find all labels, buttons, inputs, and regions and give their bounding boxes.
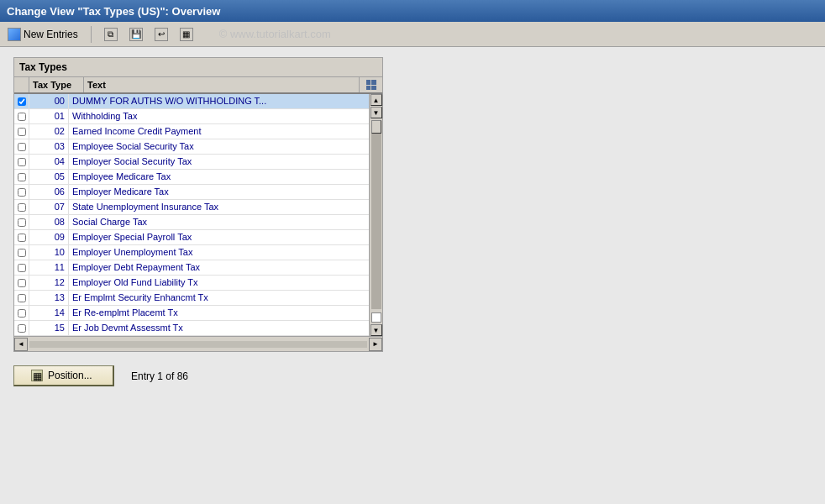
- row-taxtype: 11: [29, 260, 69, 275]
- row-taxtype: 00: [29, 94, 69, 108]
- row-checkbox[interactable]: [14, 215, 29, 229]
- table-row[interactable]: 02 Earned Income Credit Payment: [14, 124, 369, 139]
- horizontal-scrollbar[interactable]: ◄ ►: [14, 336, 382, 351]
- copy-icon: ⧉: [104, 28, 118, 41]
- row-text: Employer Debt Repayment Tax: [69, 260, 369, 275]
- row-taxtype: 07: [29, 200, 69, 214]
- scroll-down-button-1[interactable]: ▼: [370, 107, 382, 118]
- row-select-checkbox[interactable]: [18, 188, 26, 197]
- row-select-checkbox[interactable]: [18, 264, 26, 272]
- main-content: Tax Types Tax Type Text: [0, 47, 825, 396]
- row-select-checkbox[interactable]: [18, 128, 26, 136]
- row-text: Er Job Devmt Assessmt Tx: [69, 321, 369, 335]
- row-select-checkbox[interactable]: [18, 173, 26, 181]
- row-select-checkbox[interactable]: [18, 143, 26, 151]
- toolbar-separator-1: [91, 26, 92, 43]
- copy-button[interactable]: ⧉: [102, 27, 120, 42]
- row-select-checkbox[interactable]: [18, 249, 26, 257]
- row-checkbox[interactable]: [14, 321, 29, 335]
- row-taxtype: 02: [29, 124, 69, 139]
- row-text: Employee Medicare Tax: [69, 170, 369, 184]
- row-checkbox[interactable]: [14, 306, 29, 320]
- row-text: Employer Old Fund Liability Tx: [69, 276, 369, 290]
- col-text-header: Text: [84, 77, 359, 92]
- row-select-checkbox[interactable]: [18, 218, 26, 227]
- table-rows-area: 00 DUMMY FOR AUTHS W/O WITHHOLDING T... …: [14, 94, 369, 336]
- table-row[interactable]: 04 Employer Social Security Tax: [14, 155, 369, 170]
- save-button[interactable]: 💾: [127, 27, 145, 42]
- table-body-wrapper: 00 DUMMY FOR AUTHS W/O WITHHOLDING T... …: [14, 94, 382, 336]
- scroll-checkbox[interactable]: [371, 312, 381, 323]
- save-icon: 💾: [129, 28, 143, 41]
- table-row[interactable]: 08 Social Charge Tax: [14, 215, 369, 230]
- title-text: Change View "Tax Types (US)": Overview: [7, 5, 220, 18]
- scroll-thumb[interactable]: [371, 120, 381, 134]
- position-label: Position...: [48, 370, 92, 381]
- vertical-scrollbar[interactable]: ▲ ▼ ▼: [369, 94, 382, 336]
- row-checkbox[interactable]: [14, 94, 29, 108]
- table-row[interactable]: 05 Employee Medicare Tax: [14, 170, 369, 185]
- row-checkbox[interactable]: [14, 185, 29, 199]
- row-taxtype: 03: [29, 139, 69, 154]
- row-checkbox[interactable]: [14, 291, 29, 305]
- row-text: Social Charge Tax: [69, 215, 369, 229]
- row-checkbox[interactable]: [14, 109, 29, 123]
- scroll-right-button[interactable]: ►: [369, 338, 382, 351]
- row-select-checkbox[interactable]: [18, 158, 26, 166]
- undo-icon: ↩: [155, 28, 168, 41]
- row-select-checkbox[interactable]: [18, 324, 26, 333]
- header-checkbox-col: [14, 77, 29, 92]
- table-row[interactable]: 00 DUMMY FOR AUTHS W/O WITHHOLDING T...: [14, 94, 369, 109]
- scroll-up-button[interactable]: ▲: [370, 94, 382, 106]
- title-bar: Change View "Tax Types (US)": Overview: [0, 0, 825, 22]
- row-select-checkbox[interactable]: [18, 97, 26, 106]
- undo-button[interactable]: ↩: [152, 27, 171, 42]
- row-taxtype: 01: [29, 109, 69, 123]
- row-select-checkbox[interactable]: [18, 234, 26, 242]
- row-select-checkbox[interactable]: [18, 279, 26, 287]
- table-row[interactable]: 06 Employer Medicare Tax: [14, 185, 369, 200]
- row-select-checkbox[interactable]: [18, 203, 26, 212]
- row-select-checkbox[interactable]: [18, 294, 26, 302]
- row-select-checkbox[interactable]: [18, 309, 26, 318]
- section-title-text: Tax Types: [19, 61, 67, 73]
- row-checkbox[interactable]: [14, 245, 29, 260]
- new-entries-icon: [8, 28, 21, 41]
- row-taxtype: 04: [29, 155, 69, 169]
- new-entries-button[interactable]: New Entries: [5, 27, 81, 42]
- table-row[interactable]: 11 Employer Debt Repayment Tax: [14, 260, 369, 276]
- row-text: DUMMY FOR AUTHS W/O WITHHOLDING T...: [69, 94, 369, 108]
- tax-types-table-container: Tax Types Tax Type Text: [13, 57, 383, 352]
- table-row[interactable]: 13 Er Emplmt Security Enhancmt Tx: [14, 291, 369, 306]
- scroll-left-button[interactable]: ◄: [14, 338, 28, 351]
- row-checkbox[interactable]: [14, 170, 29, 184]
- row-checkbox[interactable]: [14, 124, 29, 139]
- toolbar: New Entries ⧉ 💾 ↩ ▦ © www.tutorialkart.c…: [0, 22, 825, 47]
- row-checkbox[interactable]: [14, 200, 29, 214]
- grid-icon: [366, 80, 376, 90]
- table-row[interactable]: 15 Er Job Devmt Assessmt Tx: [14, 321, 369, 336]
- table-button[interactable]: ▦: [177, 27, 196, 42]
- row-text: Earned Income Credit Payment: [69, 124, 369, 139]
- col-icon-header[interactable]: [359, 77, 382, 92]
- scroll-down-button-2[interactable]: ▼: [370, 324, 382, 336]
- row-checkbox[interactable]: [14, 230, 29, 244]
- row-checkbox[interactable]: [14, 260, 29, 275]
- table-row[interactable]: 07 State Unemployment Insurance Tax: [14, 200, 369, 215]
- table-row[interactable]: 09 Employer Special Payroll Tax: [14, 230, 369, 245]
- position-icon: ▦: [31, 370, 43, 381]
- table-row[interactable]: 10 Employer Unemployment Tax: [14, 245, 369, 260]
- table-row[interactable]: 12 Employer Old Fund Liability Tx: [14, 276, 369, 291]
- row-checkbox[interactable]: [14, 276, 29, 290]
- position-button[interactable]: ▦ Position...: [13, 365, 114, 386]
- row-text: State Unemployment Insurance Tax: [69, 200, 369, 214]
- table-row[interactable]: 01 Withholding Tax: [14, 109, 369, 124]
- row-taxtype: 06: [29, 185, 69, 199]
- table-row[interactable]: 03 Employee Social Security Tax: [14, 139, 369, 155]
- row-checkbox[interactable]: [14, 155, 29, 169]
- row-text: Employer Medicare Tax: [69, 185, 369, 199]
- row-select-checkbox[interactable]: [18, 113, 26, 121]
- table-row[interactable]: 14 Er Re-emplmt Placemt Tx: [14, 306, 369, 321]
- bottom-section: ▦ Position... Entry 1 of 86: [13, 365, 812, 386]
- row-checkbox[interactable]: [14, 139, 29, 154]
